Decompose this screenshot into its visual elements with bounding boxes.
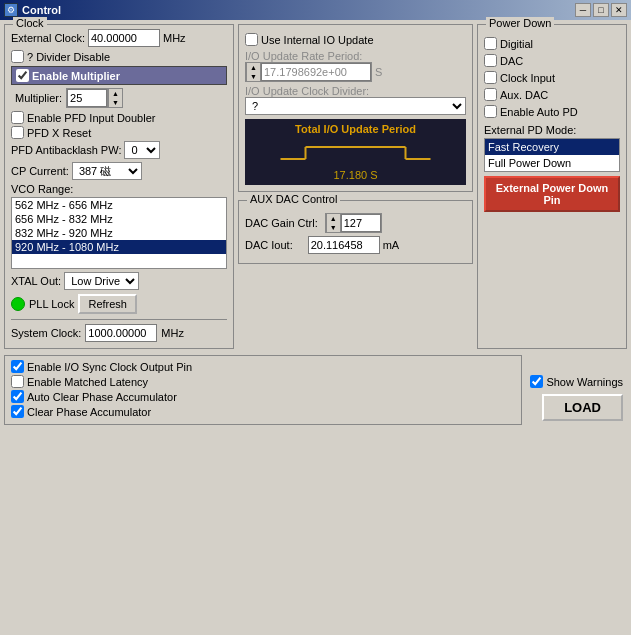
multiplier-spinner[interactable]: ▲ ▼ bbox=[66, 88, 123, 108]
gain-ctrl-input[interactable] bbox=[341, 214, 381, 232]
multiplier-input[interactable] bbox=[67, 89, 107, 107]
gain-down[interactable]: ▼ bbox=[326, 223, 340, 232]
rate-period-input[interactable] bbox=[261, 63, 371, 81]
external-clock-unit: MHz bbox=[163, 32, 186, 44]
use-internal-io-label: Use Internal IO Update bbox=[261, 34, 374, 46]
system-clock-input[interactable] bbox=[85, 324, 157, 342]
close-button[interactable]: ✕ bbox=[611, 3, 627, 17]
divider-disable-label: ? Divider Disable bbox=[27, 51, 110, 63]
gain-ctrl-row: DAC Gain Ctrl: ▲ ▼ bbox=[245, 213, 466, 233]
pfd-x-reset-checkbox[interactable] bbox=[11, 126, 24, 139]
vco-item-3[interactable]: 920 MHz - 1080 MHz bbox=[12, 240, 226, 254]
vco-item-1[interactable]: 656 MHz - 832 MHz bbox=[12, 212, 226, 226]
divider-disable-checkbox[interactable] bbox=[11, 50, 24, 63]
divider-disable-row: ? Divider Disable bbox=[11, 50, 227, 63]
vco-item-2[interactable]: 832 MHz - 920 MHz bbox=[12, 226, 226, 240]
use-internal-io-checkbox[interactable] bbox=[245, 33, 258, 46]
main-content: Clock External Clock: MHz ? Divider Disa… bbox=[0, 20, 631, 429]
pll-lock-indicator bbox=[11, 297, 25, 311]
multiplier-arrows[interactable]: ▲ ▼ bbox=[107, 89, 122, 107]
divider-section: I/O Update Clock Divider: ? bbox=[245, 85, 466, 115]
pll-lock-label: PLL Lock bbox=[29, 298, 74, 310]
matched-latency-checkbox[interactable] bbox=[11, 375, 24, 388]
clear-phase-checkbox[interactable] bbox=[11, 405, 24, 418]
divider-select[interactable]: ? bbox=[245, 97, 466, 115]
cp-current-label: CP Current: bbox=[11, 165, 69, 177]
rate-up[interactable]: ▲ bbox=[246, 63, 260, 72]
clock-panel: Clock External Clock: MHz ? Divider Disa… bbox=[4, 24, 234, 349]
iout-input[interactable] bbox=[308, 236, 380, 254]
pd-aux-dac-checkbox[interactable] bbox=[484, 88, 497, 101]
pd-digital-label: Digitial bbox=[500, 38, 533, 50]
pfd-antibacklash-select[interactable]: 0 bbox=[124, 141, 160, 159]
multiplier-down[interactable]: ▼ bbox=[108, 98, 122, 107]
show-warnings-checkbox[interactable] bbox=[530, 375, 543, 388]
vco-item-0[interactable]: 562 MHz - 656 MHz bbox=[12, 198, 226, 212]
io-display-title: Total I/O Update Period bbox=[249, 123, 462, 135]
refresh-button[interactable]: Refresh bbox=[78, 294, 137, 314]
cp-current-select[interactable]: 387 磁 bbox=[72, 162, 142, 180]
minimize-button[interactable]: ─ bbox=[575, 3, 591, 17]
rate-period-label: I/O Update Rate Period: bbox=[245, 50, 466, 62]
iout-row: DAC Iout: mA bbox=[245, 236, 466, 254]
ext-pd-fast-recovery[interactable]: Fast Recovery bbox=[485, 139, 619, 155]
bottom-right: Show Warnings LOAD bbox=[526, 355, 627, 425]
pd-clock-input-checkbox[interactable] bbox=[484, 71, 497, 84]
xtal-out-row: XTAL Out: Low Drive High Drive bbox=[11, 272, 227, 290]
multiplier-label: Multiplier: bbox=[15, 92, 62, 104]
pfd-antibacklash-label: PFD Antibacklash PW: bbox=[11, 144, 121, 156]
divider-label: I/O Update Clock Divider: bbox=[245, 85, 466, 97]
io-sync-clock-row: Enable I/O Sync Clock Output Pin bbox=[11, 360, 515, 373]
window-controls: ─ □ ✕ bbox=[575, 3, 627, 17]
enable-multiplier-checkbox[interactable] bbox=[16, 69, 29, 82]
rate-spinner[interactable]: ▲ ▼ bbox=[245, 62, 372, 82]
clear-phase-label: Clear Phase Accumulator bbox=[27, 406, 151, 418]
vco-range-list[interactable]: 562 MHz - 656 MHz 656 MHz - 832 MHz 832 … bbox=[11, 197, 227, 269]
rate-arrows[interactable]: ▲ ▼ bbox=[246, 63, 261, 81]
xtal-out-label: XTAL Out: bbox=[11, 275, 61, 287]
pd-aux-dac-row: Aux. DAC bbox=[484, 88, 620, 101]
show-warnings-label: Show Warnings bbox=[546, 376, 623, 388]
io-display-value: 17.180 S bbox=[249, 169, 462, 181]
pd-enable-auto-label: Enable Auto PD bbox=[500, 106, 578, 118]
middle-panel: Use Internal IO Update I/O Update Rate P… bbox=[238, 24, 473, 349]
system-clock-unit: MHz bbox=[161, 327, 184, 339]
auto-clear-phase-row: Auto Clear Phase Accumulator bbox=[11, 390, 515, 403]
matched-latency-row: Enable Matched Latency bbox=[11, 375, 515, 388]
ext-power-down-button[interactable]: External Power Down Pin bbox=[484, 176, 620, 212]
system-clock-label: System Clock: bbox=[11, 327, 81, 339]
gain-up[interactable]: ▲ bbox=[326, 214, 340, 223]
clock-group-label: Clock bbox=[13, 17, 47, 29]
io-waveform bbox=[249, 139, 462, 167]
auto-clear-phase-checkbox[interactable] bbox=[11, 390, 24, 403]
power-down-label: Power Down bbox=[486, 17, 554, 29]
enable-pfd-checkbox[interactable] bbox=[11, 111, 24, 124]
top-row: Clock External Clock: MHz ? Divider Disa… bbox=[4, 24, 627, 349]
pfd-x-reset-row: PFD X Reset bbox=[11, 126, 227, 139]
power-down-panel: Power Down Digitial DAC Clock Input Aux.… bbox=[477, 24, 627, 349]
external-clock-label: External Clock: bbox=[11, 32, 85, 44]
app-icon: ⚙ bbox=[4, 3, 18, 17]
rate-down[interactable]: ▼ bbox=[246, 72, 260, 81]
maximize-button[interactable]: □ bbox=[593, 3, 609, 17]
ext-pd-list[interactable]: Fast Recovery Full Power Down bbox=[484, 138, 620, 172]
pd-enable-auto-row: Enable Auto PD bbox=[484, 105, 620, 118]
power-down-items: Digitial DAC Clock Input Aux. DAC Enable… bbox=[484, 37, 620, 120]
ext-pd-full-power-down[interactable]: Full Power Down bbox=[485, 155, 619, 171]
use-internal-io-row: Use Internal IO Update bbox=[245, 33, 466, 46]
gain-spinner[interactable]: ▲ ▼ bbox=[325, 213, 382, 233]
io-sync-clock-checkbox[interactable] bbox=[11, 360, 24, 373]
xtal-out-select[interactable]: Low Drive High Drive bbox=[64, 272, 139, 290]
aux-dac-box: AUX DAC Control DAC Gain Ctrl: ▲ ▼ DAC I… bbox=[238, 200, 473, 264]
pd-enable-auto-checkbox[interactable] bbox=[484, 105, 497, 118]
external-clock-input[interactable] bbox=[88, 29, 160, 47]
load-button[interactable]: LOAD bbox=[542, 394, 623, 421]
iout-unit: mA bbox=[383, 239, 400, 251]
pd-dac-checkbox[interactable] bbox=[484, 54, 497, 67]
rate-period-row: ▲ ▼ S bbox=[245, 62, 466, 82]
rate-period-section: I/O Update Rate Period: ▲ ▼ S bbox=[245, 50, 466, 82]
pd-digital-checkbox[interactable] bbox=[484, 37, 497, 50]
gain-arrows[interactable]: ▲ ▼ bbox=[326, 214, 341, 232]
enable-pfd-label: Enable PFD Input Doubler bbox=[27, 112, 155, 124]
multiplier-up[interactable]: ▲ bbox=[108, 89, 122, 98]
